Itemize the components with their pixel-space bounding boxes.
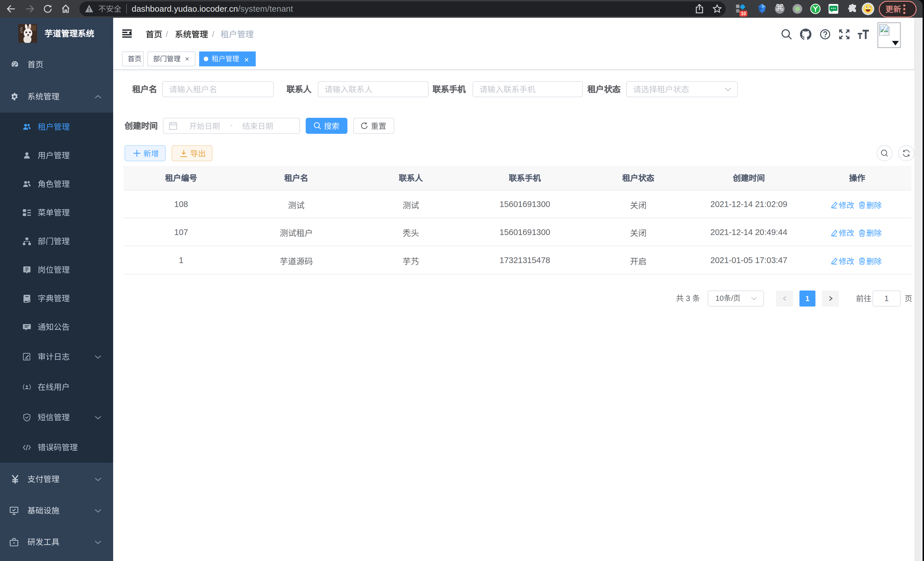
svg-text:⌘: ⌘ <box>775 3 784 13</box>
